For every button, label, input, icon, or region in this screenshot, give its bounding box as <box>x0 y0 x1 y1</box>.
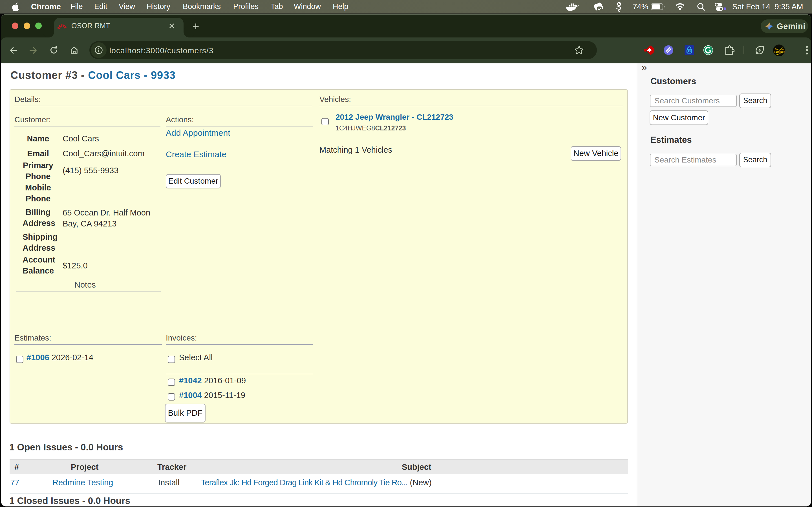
svg-text:Fabrication: Fabrication <box>774 50 785 53</box>
